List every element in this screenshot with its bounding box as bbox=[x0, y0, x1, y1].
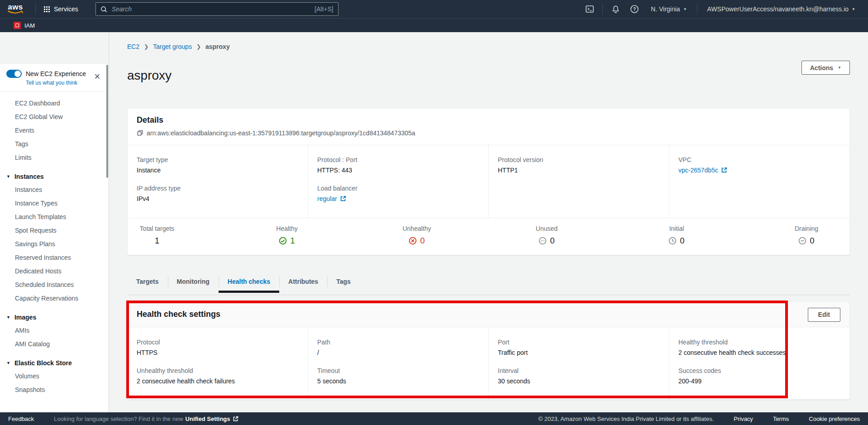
aws-console-screen: aws Services [Alt+S] bbox=[0, 0, 868, 425]
notifications-button[interactable] bbox=[607, 0, 624, 18]
tab-monitoring[interactable]: Monitoring bbox=[168, 273, 219, 290]
sidebar-item-reserved-instances[interactable]: Reserved Instances bbox=[0, 251, 109, 264]
healthy-icon bbox=[279, 237, 287, 245]
sidebar-section-instances[interactable]: ▼ Instances bbox=[0, 170, 109, 183]
unused-icon bbox=[539, 237, 547, 245]
health-check-settings-panel: Health check settings Edit Protocol HTTP… bbox=[127, 301, 850, 400]
sidebar-section-images[interactable]: ▼ Images bbox=[0, 311, 109, 324]
unified-settings-link[interactable]: Unified Settings bbox=[186, 415, 230, 422]
tab-targets[interactable]: Targets bbox=[127, 273, 168, 290]
caret-down-icon: ▼ bbox=[838, 66, 841, 70]
field-label: Load balancer bbox=[317, 185, 479, 192]
sidebar-item-instances[interactable]: Instances bbox=[0, 183, 109, 196]
iam-service-label: IAM bbox=[24, 22, 35, 29]
feedback-link[interactable]: Feedback bbox=[8, 415, 34, 422]
metric-label: Healthy bbox=[267, 225, 306, 232]
sidebar-item-spot-requests[interactable]: Spot Requests bbox=[0, 224, 109, 237]
search-input[interactable] bbox=[111, 5, 311, 13]
sidebar-item-snapshots[interactable]: Snapshots bbox=[0, 383, 109, 396]
tab-tags[interactable]: Tags bbox=[327, 273, 360, 290]
tab-bar: Targets Monitoring Health checks Attribu… bbox=[127, 273, 850, 290]
terms-link[interactable]: Terms bbox=[773, 415, 789, 422]
actions-button[interactable]: Actions ▼ bbox=[801, 61, 850, 75]
hc-healthy-threshold-value: 2 consecutive health check successes bbox=[678, 349, 840, 356]
new-ec2-experience-toggle[interactable] bbox=[6, 70, 22, 78]
metric-label: Initial bbox=[657, 225, 696, 232]
sidebar-item-instance-types[interactable]: Instance Types bbox=[0, 196, 109, 210]
aws-logo[interactable]: aws bbox=[7, 4, 24, 14]
help-button[interactable]: ? bbox=[626, 0, 643, 18]
target-type-value: Instance bbox=[137, 167, 299, 174]
field-label: VPC bbox=[678, 156, 840, 163]
field-label: IP address type bbox=[137, 185, 299, 192]
cloudshell-button[interactable] bbox=[582, 0, 598, 18]
sidebar-item-scheduled-instances[interactable]: Scheduled Instances bbox=[0, 278, 109, 291]
recent-service-iam[interactable]: IAM bbox=[14, 22, 35, 29]
tab-bar-divider bbox=[127, 295, 850, 295]
section-caret-icon: ▼ bbox=[6, 174, 10, 179]
hc-success-codes-value: 200-499 bbox=[678, 377, 840, 385]
field-label: Protocol : Port bbox=[317, 156, 479, 163]
search-shortcut-hint: [Alt+S] bbox=[315, 5, 334, 13]
aws-smile-icon bbox=[7, 10, 24, 14]
sidebar-item-amis[interactable]: AMIs bbox=[0, 324, 109, 337]
edit-button[interactable]: Edit bbox=[808, 308, 840, 322]
sidebar-item-capacity-reservations[interactable]: Capacity Reservations bbox=[0, 291, 109, 305]
region-selector[interactable]: N. Virginia ▼ bbox=[645, 0, 692, 18]
protocol-port-value: HTTPS: 443 bbox=[317, 167, 479, 174]
global-search-box[interactable]: [Alt+S] bbox=[95, 2, 339, 16]
breadcrumb-chevron-icon: ❯ bbox=[196, 43, 201, 50]
target-group-arn: arn:aws:elasticloadbalancing:us-east-1:3… bbox=[147, 129, 415, 137]
sidebar-item-limits[interactable]: Limits bbox=[0, 151, 109, 164]
sidebar-item-dedicated-hosts[interactable]: Dedicated Hosts bbox=[0, 264, 109, 278]
section-label: Instances bbox=[14, 173, 44, 180]
notifications-bell-icon bbox=[611, 5, 620, 14]
sidebar-item-launch-templates[interactable]: Launch Templates bbox=[0, 210, 109, 224]
sidebar-nav: EC2 Dashboard EC2 Global View Events Tag… bbox=[0, 92, 109, 396]
metric-label: Total targets bbox=[138, 225, 176, 232]
hc-port-value: Traffic port bbox=[498, 349, 660, 356]
caret-down-icon: ▼ bbox=[852, 7, 855, 11]
sidebar-item-volumes[interactable]: Volumes bbox=[0, 369, 109, 383]
sidebar-scrollbar[interactable] bbox=[106, 65, 108, 178]
external-link-icon bbox=[721, 167, 727, 173]
sidebar-item-ec2-global-view[interactable]: EC2 Global View bbox=[0, 110, 109, 124]
breadcrumb-ec2[interactable]: EC2 bbox=[127, 43, 139, 50]
nav-divider bbox=[697, 4, 697, 14]
draining-count: 0 bbox=[810, 236, 814, 246]
metric-label: Draining bbox=[787, 225, 826, 232]
help-icon: ? bbox=[630, 5, 639, 14]
aws-logo-text: aws bbox=[8, 4, 23, 10]
tab-attributes[interactable]: Attributes bbox=[279, 273, 327, 290]
services-menu-button[interactable]: Services bbox=[38, 0, 85, 18]
copy-arn-button[interactable] bbox=[137, 129, 143, 136]
tab-health-checks[interactable]: Health checks bbox=[219, 273, 279, 290]
sidebar-panel: New EC2 Experience Tell us what you thin… bbox=[0, 64, 109, 412]
sidebar-item-savings-plans[interactable]: Savings Plans bbox=[0, 237, 109, 251]
ip-address-type-value: IPv4 bbox=[137, 195, 299, 202]
breadcrumb-target-groups[interactable]: Target groups bbox=[153, 43, 192, 50]
nav-divider bbox=[602, 4, 603, 14]
language-selection-note: Looking for language selection? Find it … bbox=[54, 415, 238, 422]
field-label: Healthy threshold bbox=[678, 339, 840, 346]
tell-us-link[interactable]: Tell us what you think bbox=[26, 80, 102, 86]
hc-path-value: / bbox=[317, 349, 479, 356]
sidebar-item-ami-catalog[interactable]: AMI Catalog bbox=[0, 337, 109, 351]
field-label: Interval bbox=[498, 367, 660, 374]
svg-text:?: ? bbox=[633, 7, 636, 12]
privacy-link[interactable]: Privacy bbox=[734, 415, 753, 422]
sidebar-item-events[interactable]: Events bbox=[0, 124, 109, 137]
sidebar-item-ec2-dashboard[interactable]: EC2 Dashboard bbox=[0, 96, 109, 110]
sidebar-item-tags[interactable]: Tags bbox=[0, 137, 109, 151]
vpc-link[interactable]: vpc-2657db5c bbox=[678, 167, 718, 174]
load-balancer-link[interactable]: regular bbox=[317, 195, 337, 202]
health-check-settings-heading: Health check settings bbox=[137, 310, 220, 319]
close-icon[interactable]: ✕ bbox=[94, 73, 100, 81]
details-fields: Target type Instance IP address type IPv… bbox=[128, 145, 849, 218]
new-ec2-experience-banner: New EC2 Experience Tell us what you thin… bbox=[0, 64, 109, 92]
account-menu[interactable]: AWSPowerUserAccess/navaneeth.kn@harness.… bbox=[702, 0, 861, 18]
external-link-icon bbox=[340, 196, 346, 202]
cookie-preferences-link[interactable]: Cookie preferences bbox=[809, 415, 860, 422]
sidebar-section-elastic-block-store[interactable]: ▼ Elastic Block Store bbox=[0, 357, 109, 369]
top-navigation: aws Services [Alt+S] bbox=[0, 0, 868, 32]
